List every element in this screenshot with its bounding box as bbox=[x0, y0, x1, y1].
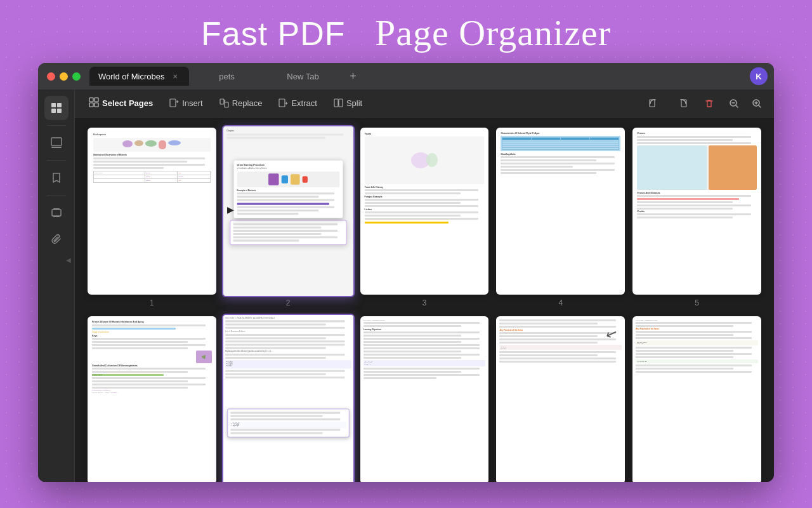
svg-rect-14 bbox=[220, 99, 224, 104]
page-thumb-6[interactable]: Prion's Disease Of Human Inheritance And… bbox=[88, 316, 216, 482]
attachment-icon[interactable] bbox=[44, 227, 69, 251]
page-item-2[interactable]: Chapter Gram Staining Procedure ● Coordi… bbox=[224, 128, 353, 307]
insert-button[interactable]: Insert bbox=[163, 95, 209, 111]
svg-rect-2 bbox=[51, 109, 56, 113]
sidebar: ◀ bbox=[38, 90, 75, 482]
user-avatar[interactable]: K bbox=[750, 67, 768, 85]
page-number-5: 5 bbox=[695, 298, 699, 307]
app-title: Fast PDF Page Organizer bbox=[201, 11, 611, 54]
replace-button[interactable]: Replace bbox=[213, 95, 269, 111]
svg-rect-11 bbox=[89, 103, 93, 107]
close-button[interactable] bbox=[47, 72, 55, 81]
svg-rect-15 bbox=[225, 102, 228, 107]
page-thumb-5[interactable]: Viruses Viruses And Diseases bbox=[632, 128, 761, 295]
minimize-button[interactable] bbox=[60, 72, 68, 81]
page-item-10[interactable]: CHAPTER · PREREQUISITES Any Practical of… bbox=[632, 316, 761, 482]
delete-button[interactable] bbox=[698, 95, 721, 112]
page-thumb-4[interactable]: Characteristics Of Selected Phyla Of Alg… bbox=[496, 128, 625, 295]
zoom-out-button[interactable] bbox=[724, 94, 743, 113]
toolbar-end bbox=[642, 94, 766, 113]
page-thumb-10[interactable]: CHAPTER · PREREQUISITES Any Practical of… bbox=[632, 316, 761, 482]
sidebar-divider bbox=[47, 125, 66, 126]
select-pages-icon bbox=[89, 97, 99, 109]
page-item-3[interactable]: Yeast Yeast Life History Fungus Example bbox=[360, 128, 489, 307]
svg-rect-13 bbox=[170, 99, 176, 107]
tab-new-tab[interactable]: New Tab bbox=[265, 67, 341, 86]
page-item-1[interactable]: Endospores bbox=[88, 128, 216, 307]
main-area: ◀ Select Pages bbox=[38, 90, 774, 482]
tab-world-of-microbes[interactable]: World of Microbes ✕ bbox=[89, 67, 189, 86]
svg-rect-0 bbox=[51, 103, 56, 107]
bookmark-icon[interactable] bbox=[44, 166, 69, 190]
maximize-button[interactable] bbox=[72, 72, 81, 81]
svg-rect-10 bbox=[95, 98, 98, 102]
page-thumb-1[interactable]: Endospores bbox=[88, 128, 216, 295]
tab-label: pets bbox=[198, 72, 256, 81]
tab-close-icon[interactable]: ✕ bbox=[170, 71, 180, 81]
extract-button[interactable]: Extract bbox=[272, 95, 323, 111]
title-bar: World of Microbes ✕ pets New Tab + K bbox=[38, 63, 774, 90]
tab-label: New Tab bbox=[274, 72, 332, 81]
page-thumb-3[interactable]: Yeast Yeast Life History Fungus Example bbox=[360, 128, 489, 295]
page-thumb-7[interactable]: SECTION 1: REAL NUMBERS: ALGEBRA ESSENTI… bbox=[222, 314, 355, 482]
sidebar-divider-3 bbox=[47, 195, 66, 196]
page-thumb-8[interactable]: CHAPTER · PREREQUISITES Learning Objecti… bbox=[360, 316, 489, 482]
tabs-area: World of Microbes ✕ pets New Tab + bbox=[89, 67, 750, 86]
rotate-right-button[interactable] bbox=[670, 95, 694, 112]
svg-rect-16 bbox=[279, 99, 285, 107]
toolbar: Select Pages Insert bbox=[75, 90, 774, 117]
page-thumb-9[interactable]: ↙ Any Practical of the Items bbox=[496, 316, 625, 482]
select-pages-button[interactable]: Select Pages bbox=[82, 94, 159, 112]
pages-grid: Endospores bbox=[75, 117, 774, 482]
svg-rect-7 bbox=[53, 208, 60, 210]
svg-rect-3 bbox=[57, 109, 62, 113]
page-number-4: 4 bbox=[558, 298, 563, 307]
svg-rect-9 bbox=[89, 98, 93, 102]
new-tab-button[interactable]: + bbox=[344, 67, 363, 86]
browser-window: World of Microbes ✕ pets New Tab + K bbox=[38, 63, 774, 482]
page-item-5[interactable]: Viruses Viruses And Diseases bbox=[632, 128, 761, 307]
page-number-2: 2 bbox=[286, 298, 291, 307]
traffic-lights bbox=[38, 72, 89, 81]
page-thumb-2[interactable]: Chapter Gram Staining Procedure ● Coordi… bbox=[222, 125, 355, 297]
svg-rect-17 bbox=[334, 99, 338, 107]
tab-pets[interactable]: pets bbox=[189, 67, 265, 86]
svg-rect-8 bbox=[53, 216, 60, 217]
page-item-9[interactable]: ↙ Any Practical of the Items bbox=[496, 316, 625, 482]
zoom-in-button[interactable] bbox=[747, 94, 766, 113]
svg-rect-12 bbox=[95, 103, 98, 107]
thumbnail-icon[interactable] bbox=[44, 131, 69, 155]
page-item-4[interactable]: Characteristics Of Selected Phyla Of Alg… bbox=[496, 128, 625, 307]
pages-icon[interactable] bbox=[44, 96, 69, 120]
rotate-left-button[interactable] bbox=[642, 95, 666, 112]
app-title-plain: Fast PDF bbox=[201, 15, 346, 52]
svg-rect-6 bbox=[52, 210, 61, 216]
page-item-8[interactable]: CHAPTER · PREREQUISITES Learning Objecti… bbox=[360, 316, 489, 482]
split-button[interactable]: Split bbox=[327, 95, 369, 111]
svg-rect-4 bbox=[51, 138, 62, 145]
page-number-3: 3 bbox=[422, 298, 427, 307]
page-item-6[interactable]: Prion's Disease Of Human Inheritance And… bbox=[88, 316, 216, 482]
sidebar-divider-2 bbox=[47, 160, 66, 161]
app-title-cursive: Page Organizer bbox=[375, 12, 611, 53]
svg-rect-18 bbox=[339, 99, 343, 107]
page-number-1: 1 bbox=[150, 298, 154, 307]
svg-rect-1 bbox=[57, 103, 62, 107]
svg-rect-5 bbox=[51, 147, 62, 148]
app-title-area: Fast PDF Page Organizer bbox=[201, 0, 611, 63]
tab-label: World of Microbes bbox=[98, 72, 165, 81]
content-panel: Select Pages Insert bbox=[75, 90, 774, 482]
page-item-7[interactable]: SECTION 1: REAL NUMBERS: ALGEBRA ESSENTI… bbox=[224, 316, 353, 482]
layers-icon[interactable] bbox=[44, 201, 69, 225]
